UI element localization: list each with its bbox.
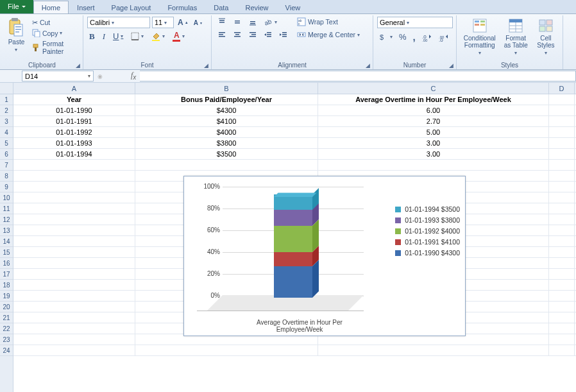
cell[interactable] (549, 247, 575, 257)
font-dialog-icon[interactable]: ◢ (204, 62, 208, 69)
merge-center-button[interactable]: Merge & Center ▾ (295, 30, 362, 40)
border-button[interactable]: ▾ (129, 31, 146, 41)
align-right-button[interactable] (246, 30, 259, 40)
cell[interactable] (13, 334, 135, 345)
row-header[interactable]: 15 (0, 247, 13, 258)
font-size-combo[interactable]: 11▾ (152, 17, 174, 28)
file-tab[interactable]: File (0, 0, 33, 13)
cell[interactable] (549, 105, 575, 115)
orientation-button[interactable]: ab▾ (262, 17, 279, 27)
grid[interactable]: A B C D YearBonus Paid/Employee/YearAver… (13, 83, 576, 392)
cell[interactable] (13, 345, 135, 355)
cell[interactable] (13, 236, 135, 246)
italic-button[interactable]: I (101, 31, 107, 42)
cell[interactable] (549, 345, 575, 355)
cell[interactable]: 6.00 (318, 105, 549, 115)
cell[interactable] (13, 160, 135, 170)
cell[interactable] (13, 291, 135, 301)
cell[interactable] (549, 258, 575, 268)
cell[interactable] (318, 345, 549, 355)
cell[interactable]: $4100 (135, 116, 318, 126)
row-header[interactable]: 20 (0, 302, 13, 312)
cell[interactable]: 01-01-1990 (13, 105, 135, 115)
cell[interactable] (318, 160, 549, 170)
cell[interactable]: 01-01-1994 (13, 149, 135, 159)
cell[interactable] (549, 269, 575, 279)
shrink-font-button[interactable]: A▾ (192, 19, 204, 27)
cell[interactable] (549, 334, 575, 345)
copy-button[interactable]: Copy ▾ (30, 28, 79, 38)
cell[interactable] (13, 214, 135, 225)
row-header[interactable]: 2 (0, 105, 13, 116)
cell[interactable] (135, 345, 318, 355)
row-header[interactable]: 5 (0, 138, 13, 149)
format-painter-button[interactable]: Format Painter (30, 39, 79, 56)
row-header[interactable]: 6 (0, 149, 13, 160)
row-header[interactable]: 24 (0, 345, 13, 356)
format-as-table-button[interactable]: Formatas Table ▾ (500, 17, 532, 58)
cell[interactable]: 01-01-1992 (13, 127, 135, 137)
cell[interactable] (13, 280, 135, 290)
comma-button[interactable]: , (411, 31, 418, 43)
inc-indent-button[interactable] (277, 30, 290, 40)
table-row[interactable]: 01-01-1990$43006.00 (13, 105, 576, 116)
col-B[interactable]: B (135, 83, 318, 94)
cell[interactable] (549, 149, 575, 159)
number-dialog-icon[interactable]: ◢ (449, 62, 453, 69)
cell[interactable]: Year (13, 94, 135, 105)
cut-button[interactable]: ✂Cut (30, 18, 79, 27)
clipboard-dialog-icon[interactable]: ◢ (76, 62, 80, 69)
align-middle-button[interactable] (231, 17, 244, 27)
cell[interactable] (549, 323, 575, 334)
row-header[interactable]: 19 (0, 291, 13, 302)
percent-button[interactable]: % (397, 31, 409, 42)
cell[interactable] (549, 236, 575, 246)
col-D[interactable]: D (549, 83, 575, 94)
fx-icon[interactable]: fx (127, 71, 140, 81)
row-header[interactable]: 4 (0, 127, 13, 138)
cell[interactable] (549, 225, 575, 235)
cell[interactable] (549, 214, 575, 225)
row-header[interactable]: 8 (0, 171, 13, 182)
formula-bar-input[interactable] (140, 71, 576, 81)
grow-font-button[interactable]: A▴ (176, 17, 190, 28)
row-header[interactable]: 13 (0, 225, 13, 236)
row-header[interactable]: 11 (0, 203, 13, 214)
font-color-button[interactable]: A▾ (171, 30, 187, 42)
cell[interactable] (13, 312, 135, 323)
name-box[interactable]: D14▾ (22, 71, 94, 81)
table-row[interactable]: 01-01-1991$41002.70 (13, 116, 576, 127)
cell[interactable] (549, 138, 575, 148)
alignment-dialog-icon[interactable]: ◢ (366, 62, 370, 69)
table-row[interactable]: 01-01-1993$38003.00 (13, 138, 576, 149)
cell[interactable] (549, 171, 575, 181)
cell[interactable] (13, 225, 135, 235)
row-header[interactable]: 14 (0, 236, 13, 247)
row-header[interactable]: 16 (0, 258, 13, 269)
cell[interactable] (549, 127, 575, 137)
table-row[interactable] (13, 160, 576, 171)
cell[interactable] (549, 182, 575, 192)
row-header[interactable]: 12 (0, 214, 13, 225)
cell[interactable]: 01-01-1991 (13, 116, 135, 126)
col-C[interactable]: C (318, 83, 549, 94)
tab-view[interactable]: View (277, 1, 309, 13)
row-header[interactable]: 17 (0, 269, 13, 280)
dec-indent-button[interactable] (262, 30, 275, 40)
align-top-button[interactable] (216, 17, 228, 27)
conditional-formatting-button[interactable]: ConditionalFormatting ▾ (461, 17, 499, 58)
table-row[interactable]: 01-01-1992$40005.00 (13, 127, 576, 138)
tab-data[interactable]: Data (205, 1, 237, 13)
cell[interactable]: 3.00 (318, 138, 549, 148)
cell[interactable] (13, 171, 135, 181)
cell[interactable]: 2.70 (318, 116, 549, 126)
cell[interactable]: 3.00 (318, 149, 549, 159)
row-header[interactable]: 10 (0, 192, 13, 203)
cell[interactable]: $4300 (135, 105, 318, 115)
cell[interactable] (13, 323, 135, 334)
inc-decimal-button[interactable]: .0.00 (420, 32, 434, 42)
row-header[interactable]: 23 (0, 334, 13, 345)
cell[interactable]: $4000 (135, 127, 318, 137)
table-row[interactable]: 01-01-1994$35003.00 (13, 149, 576, 160)
row-header[interactable]: 22 (0, 323, 13, 334)
